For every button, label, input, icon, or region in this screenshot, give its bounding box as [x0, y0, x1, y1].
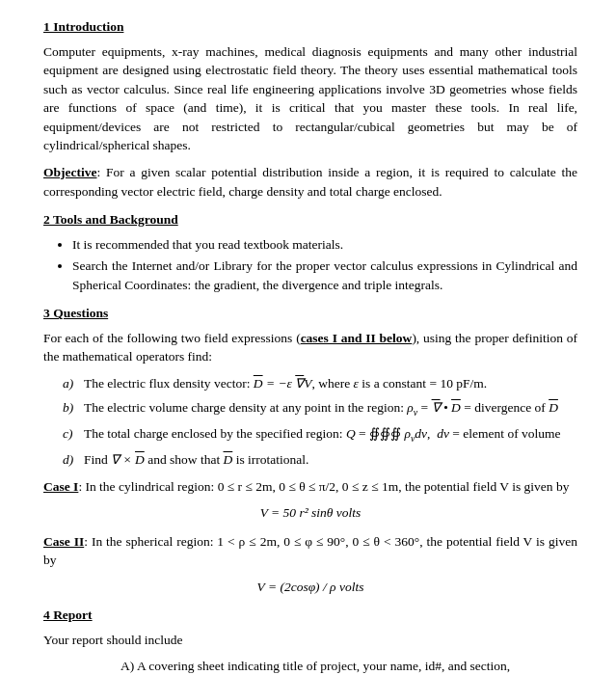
case2-formula: V = (2cosφ) / ρ volts	[43, 578, 577, 597]
question-d-text: Find ∇ × D and show that D is irrotation…	[84, 450, 308, 470]
question-a: a) The electric flux density vector: D =…	[63, 374, 577, 393]
objective-text: : For a given scalar potential distribut…	[43, 165, 577, 199]
case2-text: : In the spherical region: 1 < ρ ≤ 2m, 0…	[43, 534, 577, 568]
question-c: c) The total charge enclosed by the spec…	[63, 424, 577, 446]
q-label-d: d)	[63, 450, 80, 470]
case1-description: Case I: In the cylindrical region: 0 ≤ r…	[43, 477, 577, 497]
report-lineA: A) A covering sheet indicating title of …	[121, 657, 577, 675]
case1-formula: V = 50 r² sinθ volts	[43, 503, 577, 523]
section-1: 1 Introduction Computer equipments, x-ra…	[43, 17, 577, 201]
section-4-title: 4 Report	[43, 606, 577, 625]
section-4-intro: Your report should include	[43, 631, 577, 650]
qa-math: D = −ε ∇V	[254, 376, 312, 391]
intro-text: For each of the following two field expr…	[43, 331, 301, 345]
case2-formula-text: V = (2cosφ) / ρ volts	[257, 580, 364, 594]
question-a-text: The electric flux density vector: D = −ε…	[84, 374, 487, 393]
case1-text: : In the cylindrical region: 0 ≤ r ≤ 2m,…	[78, 479, 569, 494]
question-d: d) Find ∇ × D and show that D is irrotat…	[63, 450, 577, 470]
section-4: 4 Report Your report should include A) A…	[43, 606, 577, 675]
section-1-objective: Objective: For a given scalar potential …	[43, 163, 577, 201]
case2-description: Case II: In the spherical region: 1 < ρ …	[43, 532, 577, 570]
case1-formula-text: V = 50 r² sinθ volts	[260, 505, 362, 520]
section-2-title: 2 Tools and Background	[43, 210, 577, 230]
q-label-c: c)	[63, 424, 80, 446]
case1-label: Case I	[43, 479, 78, 494]
question-c-text: The total charge enclosed by the specifi…	[84, 424, 561, 446]
q-label-a: a)	[63, 374, 80, 393]
section-2-list: It is recommended that you read textbook…	[72, 235, 577, 295]
section-1-p1: Computer equipments, x-ray machines, med…	[43, 42, 577, 155]
case2-label: Case II	[43, 534, 84, 549]
questions-list: a) The electric flux density vector: D =…	[63, 374, 577, 470]
intro-underline: cases I and II below	[301, 331, 413, 345]
section-1-title: 1 Introduction	[43, 17, 577, 37]
section-2: 2 Tools and Background It is recommended…	[43, 210, 577, 294]
section-3: 3 Questions For each of the following tw…	[43, 304, 577, 596]
q-label-b: b)	[63, 398, 80, 419]
section-3-intro: For each of the following two field expr…	[43, 329, 577, 366]
section-3-title: 3 Questions	[43, 304, 577, 323]
question-b: b) The electric volume charge density at…	[63, 398, 577, 419]
objective-label: Objective	[43, 165, 96, 179]
report-items: A) A covering sheet indicating title of …	[121, 657, 577, 675]
section-2-bullet1: It is recommended that you read textbook…	[72, 235, 577, 255]
question-b-text: The electric volume charge density at an…	[84, 398, 558, 419]
section-2-bullet2: Search the Internet and/or Library for t…	[72, 256, 577, 294]
